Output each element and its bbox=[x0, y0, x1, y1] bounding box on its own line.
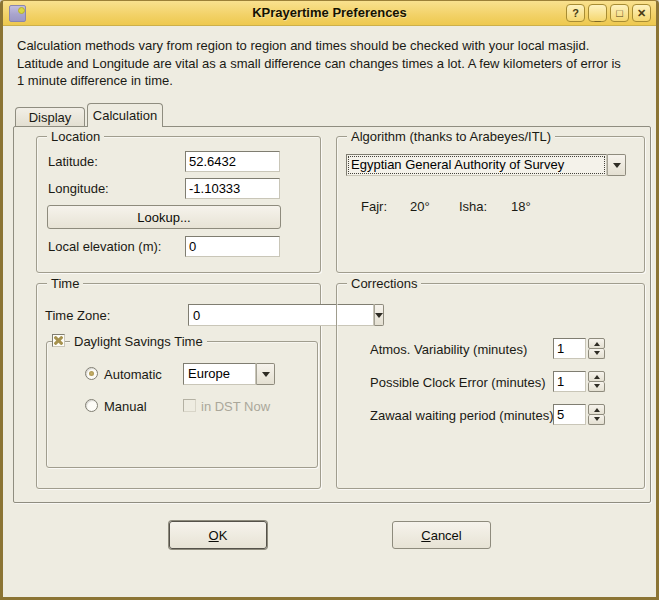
timezone-label: Time Zone: bbox=[45, 308, 110, 323]
in-dst-label: in DST Now bbox=[201, 399, 270, 414]
maximize-button[interactable]: □ bbox=[610, 4, 629, 22]
spin-up-button[interactable] bbox=[588, 338, 605, 349]
clock-error-spinner[interactable] bbox=[553, 371, 605, 392]
chevron-down-icon bbox=[262, 372, 270, 381]
spin-up-button[interactable] bbox=[588, 371, 605, 382]
fajr-label: Fajr: bbox=[361, 199, 387, 214]
elevation-label: Local elevation (m): bbox=[48, 239, 161, 254]
tab-calculation[interactable]: Calculation bbox=[87, 103, 163, 127]
spin-down-button[interactable] bbox=[588, 382, 605, 392]
arrow-down-icon bbox=[594, 384, 600, 391]
cancel-button-label: Cancel bbox=[421, 528, 461, 543]
dst-checkbox[interactable] bbox=[52, 334, 65, 347]
help-button[interactable]: ? bbox=[566, 4, 585, 22]
manual-label[interactable]: Manual bbox=[104, 399, 147, 414]
algorithm-combobox[interactable]: Egyptian General Authority of Survey bbox=[346, 154, 626, 176]
spin-down-button[interactable] bbox=[588, 349, 605, 359]
zawaal-label: Zawaal waiting period (minutes) bbox=[370, 408, 554, 423]
fajr-value: 20° bbox=[410, 199, 430, 214]
radio-dot-icon bbox=[89, 371, 94, 376]
isha-value: 18° bbox=[511, 199, 531, 214]
tab-display[interactable]: Display bbox=[15, 107, 85, 127]
window-title: KPrayertime Preferences bbox=[3, 5, 656, 20]
latitude-label: Latitude: bbox=[48, 154, 98, 169]
location-group-legend: Location bbox=[47, 129, 104, 144]
automatic-label[interactable]: Automatic bbox=[104, 367, 162, 382]
spin-up-button[interactable] bbox=[588, 404, 605, 415]
titlebar[interactable]: KPrayertime Preferences ? _ □ ✕ bbox=[3, 1, 656, 26]
zawaal-spinner[interactable] bbox=[553, 404, 605, 425]
manual-radio[interactable] bbox=[85, 399, 98, 412]
arrow-up-icon bbox=[594, 372, 600, 379]
check-icon bbox=[53, 335, 64, 346]
region-combobox-button[interactable] bbox=[256, 363, 275, 385]
atmos-variability-spinner[interactable] bbox=[553, 338, 605, 359]
close-button[interactable]: ✕ bbox=[632, 4, 651, 22]
help-icon: ? bbox=[572, 7, 579, 19]
chevron-down-icon bbox=[613, 163, 621, 172]
lookup-button[interactable]: Lookup... bbox=[47, 205, 281, 229]
description-line: Calculation methods vary from region to … bbox=[17, 37, 653, 55]
in-dst-checkbox bbox=[183, 399, 196, 412]
minimize-button[interactable]: _ bbox=[588, 4, 607, 22]
region-combobox[interactable]: Europe bbox=[183, 363, 275, 385]
arrow-up-icon bbox=[594, 405, 600, 412]
atmos-variability-input[interactable] bbox=[553, 338, 586, 359]
clock-error-label: Possible Clock Error (minutes) bbox=[370, 375, 546, 390]
longitude-input[interactable] bbox=[185, 178, 280, 199]
preferences-window: KPrayertime Preferences ? _ □ ✕ Calculat… bbox=[0, 0, 659, 600]
description-line: 1 minute difference in time. bbox=[17, 72, 653, 90]
description-line: Latitude and Longitude are vital as a sm… bbox=[17, 55, 653, 73]
spin-down-button[interactable] bbox=[588, 415, 605, 425]
zawaal-input[interactable] bbox=[553, 404, 586, 425]
atmos-variability-label: Atmos. Variability (minutes) bbox=[370, 342, 527, 357]
isha-label: Isha: bbox=[459, 199, 487, 214]
longitude-label: Longitude: bbox=[48, 181, 109, 196]
ok-button[interactable]: OK bbox=[169, 521, 267, 549]
corrections-group-legend: Corrections bbox=[347, 276, 421, 291]
ok-button-label: OK bbox=[209, 528, 228, 543]
clock-error-input[interactable] bbox=[553, 371, 586, 392]
elevation-input[interactable] bbox=[185, 236, 280, 257]
timezone-combobox[interactable] bbox=[188, 304, 309, 326]
arrow-up-icon bbox=[594, 339, 600, 346]
latitude-input[interactable] bbox=[185, 151, 280, 172]
description-text: Calculation methods vary from region to … bbox=[17, 37, 653, 90]
close-icon: ✕ bbox=[637, 7, 646, 20]
arrow-down-icon bbox=[594, 417, 600, 424]
algorithm-group-legend: Algorithm (thanks to Arabeyes/ITL) bbox=[347, 129, 555, 144]
time-group-legend: Time bbox=[47, 276, 83, 291]
maximize-icon: □ bbox=[616, 7, 623, 19]
minimize-icon: _ bbox=[594, 10, 600, 22]
algorithm-combobox-button[interactable] bbox=[607, 154, 626, 176]
algorithm-combobox-value[interactable]: Egyptian General Authority of Survey bbox=[346, 154, 607, 176]
cancel-button[interactable]: Cancel bbox=[392, 521, 491, 549]
arrow-down-icon bbox=[594, 351, 600, 358]
automatic-radio[interactable] bbox=[85, 367, 98, 380]
region-combobox-value[interactable]: Europe bbox=[183, 363, 256, 385]
dst-label[interactable]: Daylight Savings Time bbox=[70, 334, 207, 349]
